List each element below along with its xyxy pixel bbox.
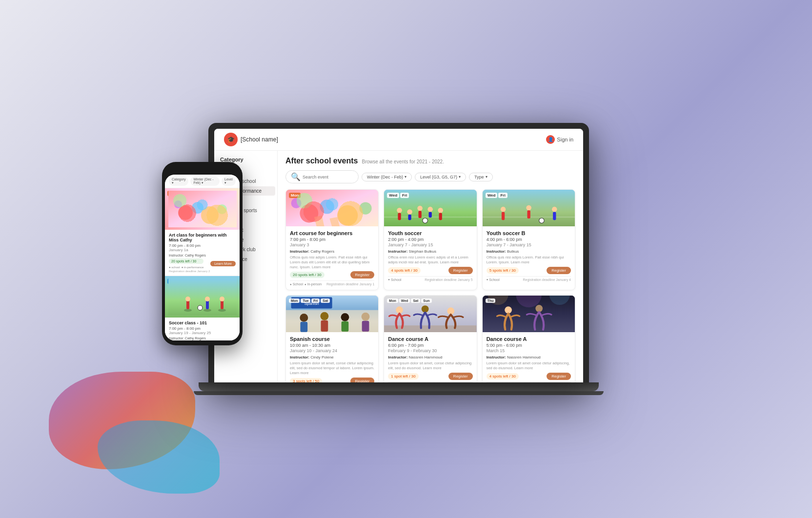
event-card-spanish: Spanish Mon Tue Fri Sat: [285, 295, 379, 382]
soccer-card-time: 2:00 pm - 4:00 pm: [388, 237, 472, 242]
dance-b-register-btn[interactable]: Register: [547, 373, 571, 380]
filter-level-btn[interactable]: Level (G3, G5, G7): [415, 173, 466, 181]
svg-point-67: [535, 305, 543, 312]
phone-card-soccer-body: Soccer class - 101 7:00 pm - 8:00 pm Jan…: [165, 318, 240, 340]
filter-type-btn[interactable]: Type: [469, 173, 493, 181]
soccer-b-day-badges: Wed Fri: [486, 193, 508, 198]
sign-in-button[interactable]: 👤 Sign in: [546, 135, 573, 144]
filters-row: 🔍 Winter (Dec - Feb) Level (G3, G5, G7) …: [285, 170, 575, 183]
device-scene: Category ▾ Winter (Dec - Feb) ▾ Level ▾ …: [208, 123, 604, 395]
page-title-row: After school events Browse all the event…: [285, 157, 575, 165]
svg-point-47: [300, 314, 308, 322]
events-grid: Mon Art course for beginners 7:00 pm - 8…: [285, 189, 575, 382]
art-spots-badge: 20 spots left / 30: [290, 272, 325, 278]
phone-card-art-time: 7:00 pm - 8:00 pm: [169, 243, 236, 248]
art-card-instructor: Instructor: Cathy Rogers: [290, 249, 374, 254]
dance-a-register-btn[interactable]: Register: [448, 373, 473, 380]
soccer-b-card-title: Youth soccer B: [487, 230, 571, 236]
phone-day-badge-mon: Mon: [167, 191, 179, 196]
phone-card-art-image: Mon: [165, 188, 240, 230]
dance-b-card-date: March 15: [487, 348, 571, 353]
svg-point-12: [205, 297, 210, 301]
event-card-soccer: Wed Fri Youth soccer 2:00 pm - 4:00 pm J…: [384, 189, 477, 290]
svg-point-38: [500, 207, 506, 212]
soccer-card-title: Youth soccer: [388, 230, 472, 236]
svg-point-40: [526, 205, 531, 211]
spanish-card-instructor: Instructor: Cindy Polene: [290, 355, 374, 359]
filter-season-btn[interactable]: Winter (Dec - Feb): [362, 173, 412, 181]
sign-in-icon: 👤: [546, 135, 555, 144]
phone-card-art-body: Art class for beginners with Miss Cathy …: [165, 230, 240, 276]
spanish-image: Spanish Mon Tue Fri Sat: [286, 296, 378, 332]
dance-a-day-wed: Wed: [399, 299, 410, 303]
svg-rect-32: [408, 215, 411, 220]
dance-b-day-badges: Thu: [486, 299, 496, 303]
svg-rect-11: [206, 300, 209, 309]
art-card-body: Art course for beginners 7:00 pm - 8:00 …: [286, 226, 378, 290]
svg-point-20: [337, 205, 358, 226]
page-subtitle: Browse all the events for 2021 - 2022.: [362, 159, 444, 164]
svg-point-18: [300, 204, 318, 223]
svg-point-19: [320, 199, 334, 214]
soccer-b-register-btn[interactable]: Register: [547, 267, 571, 274]
dance-b-spots-badge: 4 spots left / 30: [487, 373, 519, 379]
svg-rect-28: [419, 211, 422, 218]
sign-in-label: Sign in: [557, 137, 573, 142]
dance-b-spots-row: 4 spots left / 30 Register: [487, 373, 571, 380]
phone-art-tag-2: ● in-performance: [182, 266, 204, 269]
dance-a-day-sun: Sun: [421, 299, 431, 303]
school-name: [School name]: [241, 136, 278, 143]
art-register-btn[interactable]: Register: [350, 271, 375, 279]
art-image-svg: [168, 191, 237, 227]
svg-point-66: [505, 306, 512, 314]
phone-screen: Category ▾ Winter (Dec - Feb) ▾ Level ▾ …: [165, 175, 240, 340]
dance-a-spots-row: 1 spot left / 30 Register: [388, 373, 472, 380]
soccer-tag-school: School: [388, 278, 401, 281]
phone-art-learn-btn[interactable]: Learn More: [210, 261, 236, 266]
art-card-title: Art course for beginners: [290, 230, 374, 236]
soccer-b-spots-row: 5 spots left / 30 Register: [487, 267, 571, 274]
soccer-b-card-time: 4:00 pm - 6:00 pm: [487, 237, 571, 242]
laptop-screen: 🎓 [School name] 👤 Sign in Category All S…: [214, 129, 583, 382]
dance-a-card-desc: Lorem ipsum dolor sit amet, conse ctetur…: [388, 361, 472, 371]
svg-point-5: [174, 200, 182, 208]
dance-a-card-time: 6:00 pm - 7:00 pm: [388, 343, 472, 348]
art-card-time: 7:00 pm - 8:00 pm: [290, 237, 374, 242]
soccer-card-desc: Officia enim nisi Lorem exerc adipis ut …: [388, 255, 472, 265]
app-logo: 🎓 [School name]: [224, 133, 278, 146]
spanish-register-btn[interactable]: Register: [350, 378, 375, 383]
phone-card-soccer-title: Soccer class - 101: [169, 320, 236, 325]
svg-point-59: [396, 306, 404, 314]
art-card-date: January 3: [290, 242, 374, 247]
bg-blob-2: [98, 420, 220, 494]
spanish-day-tue: Tue: [301, 299, 310, 303]
search-box[interactable]: 🔍: [285, 170, 359, 183]
soccer-card-date: January 7 - January 15: [388, 242, 472, 247]
svg-point-53: [362, 313, 370, 321]
phone-card-art-title: Art class for beginners with Miss Cathy: [169, 233, 236, 242]
soccer-b-spots-badge: 5 spots left / 30: [487, 267, 519, 274]
soccer-register-btn[interactable]: Register: [448, 267, 473, 274]
svg-point-4: [217, 204, 227, 214]
spanish-card-title: Spanish course: [290, 336, 374, 342]
soccer-card-footer: School Registration deadline January 5: [388, 276, 472, 281]
phone-card-art: Mon: [165, 188, 240, 276]
dance-b-svg: [483, 296, 575, 332]
dance-a-day-badges: Mon Wed Sat Sun: [387, 299, 431, 303]
soccer-day-badges: Wed Fri: [387, 193, 409, 198]
dance-a-card-title: Dance course A: [388, 336, 472, 342]
soccer-b-card-footer: School Registration deadline January 4: [487, 276, 571, 281]
svg-point-25: [397, 208, 403, 213]
search-input[interactable]: [303, 175, 353, 179]
phone-filter-season[interactable]: Winter (Dec - Feb) ▾: [190, 177, 220, 186]
phone-card-art-footer: 20 spots left / 30 ● school ● in-perform…: [169, 259, 236, 269]
laptop-device: 🎓 [School name] 👤 Sign in Category All S…: [208, 123, 589, 382]
phone-filter-category[interactable]: Category ▾: [169, 177, 188, 186]
soccer-b-card-desc: Officia quis nisi adipis Lorem. Pait ess…: [487, 255, 571, 265]
svg-point-42: [552, 207, 557, 212]
svg-point-60: [422, 305, 429, 313]
art-card-tags: School In-person: [290, 282, 322, 286]
phone-filter-level[interactable]: Level ▾: [222, 177, 236, 186]
dance-b-card-instructor: Instructor: Nassren Hammoud: [487, 355, 571, 359]
svg-point-44: [539, 218, 544, 223]
